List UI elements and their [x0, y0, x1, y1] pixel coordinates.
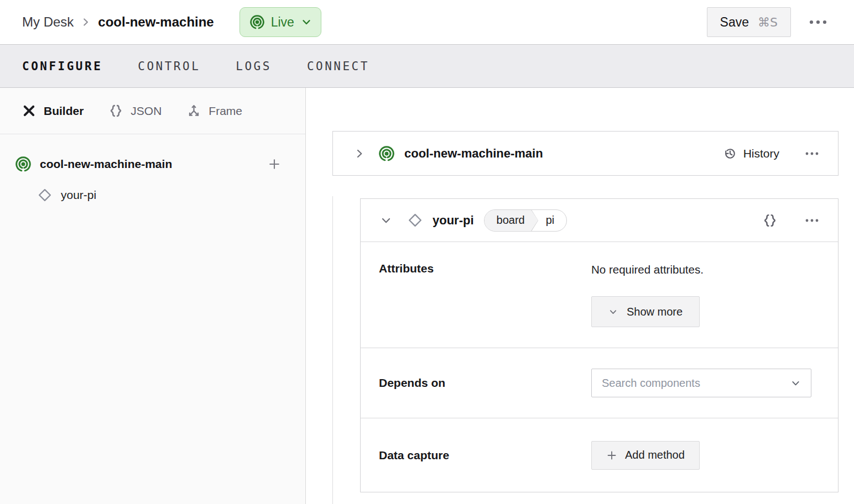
- history-button-label: History: [743, 147, 779, 160]
- tree-item-component[interactable]: your-pi: [38, 183, 283, 207]
- plus-icon: [268, 158, 281, 171]
- attributes-section-label: Attributes: [379, 262, 591, 275]
- component-card-title: your-pi: [433, 213, 474, 228]
- mode-json-label: JSON: [131, 104, 162, 118]
- tab-control[interactable]: CONTROL: [138, 56, 200, 76]
- chevron-right-icon: [80, 17, 91, 28]
- add-method-button[interactable]: Add method: [591, 441, 700, 470]
- ellipsis-icon: [809, 18, 827, 27]
- mode-builder[interactable]: Builder: [22, 104, 84, 118]
- chevron-down-icon: [380, 214, 392, 227]
- save-button-label: Save: [720, 15, 749, 30]
- machine-part-card: cool-new-machine-main History: [332, 131, 839, 176]
- config-sidebar: Builder JSON: [0, 88, 306, 504]
- data-capture-section-content: Add method: [591, 441, 820, 470]
- ellipsis-icon: [805, 150, 819, 158]
- attributes-section: Attributes No required attributes. Show …: [361, 242, 838, 348]
- topbar-overflow-menu-button[interactable]: [806, 15, 830, 29]
- topbar-actions: Save ⌘S: [707, 7, 830, 37]
- data-capture-section: Data capture Add method: [361, 418, 838, 492]
- add-resource-button[interactable]: [265, 155, 283, 173]
- component-card-collapse-button[interactable]: [378, 212, 394, 229]
- live-status-label: Live: [271, 15, 294, 30]
- component-model-tag: pi: [538, 210, 567, 231]
- mode-builder-label: Builder: [44, 104, 84, 118]
- tab-configure[interactable]: CONFIGURE: [22, 56, 102, 76]
- chevron-right-icon: [353, 148, 366, 160]
- mode-frame-label: Frame: [209, 104, 242, 118]
- component-card-overflow-menu-button[interactable]: [803, 214, 821, 227]
- depends-on-section: Depends on Search components: [361, 348, 838, 418]
- machine-name: cool-new-machine: [98, 14, 214, 30]
- breadcrumb-parent-link[interactable]: My Desk: [22, 14, 74, 30]
- mode-json[interactable]: JSON: [109, 104, 162, 118]
- data-capture-section-label: Data capture: [379, 449, 591, 462]
- mode-frame[interactable]: Frame: [187, 104, 242, 118]
- viam-machine-page: My Desk cool-new-machine Live Save: [0, 0, 854, 504]
- component-json-view-button[interactable]: [761, 211, 779, 230]
- component-card: your-pi board pi: [360, 198, 839, 492]
- show-more-button-label: Show more: [627, 306, 683, 318]
- diamond-icon: [408, 213, 423, 228]
- braces-icon: [109, 104, 123, 118]
- component-card-actions: [761, 211, 821, 230]
- topbar: My Desk cool-new-machine Live Save: [0, 0, 854, 44]
- page-body: Builder JSON: [0, 88, 854, 504]
- chevron-down-icon: [301, 17, 312, 28]
- config-mode-toolbar: Builder JSON: [0, 88, 305, 134]
- diamond-icon: [38, 188, 52, 202]
- save-shortcut-hint: ⌘S: [758, 15, 778, 29]
- tab-logs[interactable]: LOGS: [236, 56, 272, 76]
- machine-card-expand-button[interactable]: [351, 145, 368, 162]
- machine-card-title: cool-new-machine-main: [404, 146, 543, 161]
- depends-on-section-content: Search components: [591, 369, 820, 397]
- chevron-down-icon: [608, 307, 618, 317]
- tree-component-label: your-pi: [61, 188, 96, 202]
- component-card-header: your-pi board pi: [361, 199, 838, 242]
- depends-on-search-placeholder: Search components: [602, 377, 790, 390]
- save-button[interactable]: Save ⌘S: [707, 7, 791, 37]
- tree-machine-part-label: cool-new-machine-main: [40, 158, 172, 171]
- tree-connector-line: [332, 196, 333, 504]
- depends-on-section-label: Depends on: [379, 376, 591, 390]
- chevron-down-icon: [790, 378, 801, 389]
- broadcast-icon: [379, 146, 394, 161]
- attributes-empty-text: No required attributes.: [591, 262, 704, 277]
- config-content: cool-new-machine-main History: [306, 88, 854, 504]
- frame-axes-icon: [187, 104, 201, 118]
- attributes-section-content: No required attributes. Show more: [591, 262, 820, 327]
- history-button[interactable]: History: [723, 147, 779, 160]
- breadcrumb: My Desk cool-new-machine: [22, 14, 214, 30]
- history-clock-icon: [723, 147, 737, 160]
- tree-item-machine-part[interactable]: cool-new-machine-main: [15, 152, 283, 176]
- broadcast-icon: [15, 156, 31, 172]
- broadcast-icon: [250, 15, 264, 29]
- ellipsis-icon: [805, 217, 819, 224]
- depends-on-search-select[interactable]: Search components: [591, 369, 811, 397]
- component-type-model-pill: board pi: [484, 209, 567, 232]
- crossed-tools-icon: [22, 104, 36, 118]
- machine-card-actions: History: [723, 147, 821, 160]
- plus-icon: [606, 450, 617, 461]
- resource-tree: cool-new-machine-main your-pi: [0, 134, 305, 207]
- tab-connect[interactable]: CONNECT: [307, 56, 369, 76]
- add-method-button-label: Add method: [625, 449, 685, 461]
- primary-tabbar: CONFIGURE CONTROL LOGS CONNECT: [0, 44, 854, 88]
- show-more-button[interactable]: Show more: [591, 296, 700, 327]
- braces-icon: [763, 213, 777, 228]
- component-type-tag: board: [485, 210, 538, 231]
- machine-card-overflow-menu-button[interactable]: [803, 148, 821, 160]
- live-status-dropdown[interactable]: Live: [239, 7, 321, 37]
